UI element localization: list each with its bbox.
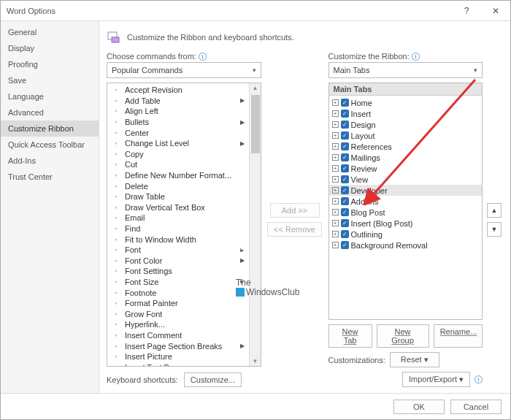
scrollbar[interactable] <box>249 83 261 366</box>
sidebar-item-customize-ribbon[interactable]: Customize Ribbon <box>1 121 99 137</box>
ribbon-tab-item[interactable]: +✓Blog Post <box>329 207 483 218</box>
checkbox-icon[interactable]: ✓ <box>341 164 349 172</box>
command-item[interactable]: ▫Cut <box>107 159 249 170</box>
command-item[interactable]: ▫Format Painter <box>107 298 249 309</box>
command-item[interactable]: ▫Insert Picture <box>107 351 249 362</box>
ribbon-tab-item[interactable]: +✓References <box>329 141 483 152</box>
command-item[interactable]: ▫Insert Page Section Breaks▶ <box>107 340 249 351</box>
command-item[interactable]: ▫Font Settings <box>107 266 249 277</box>
sidebar-item-general[interactable]: General <box>1 24 99 40</box>
sidebar-item-proofing[interactable]: Proofing <box>1 56 99 72</box>
customize-ribbon-combo[interactable]: Main Tabs ▾ <box>328 62 483 78</box>
expand-icon[interactable]: + <box>332 99 339 106</box>
command-item[interactable]: ▫Font Color▶ <box>107 256 249 267</box>
checkbox-icon[interactable]: ✓ <box>341 99 349 107</box>
expand-icon[interactable]: + <box>332 132 339 139</box>
scrollbar-thumb[interactable] <box>251 95 260 153</box>
sidebar-item-display[interactable]: Display <box>1 40 99 56</box>
command-item[interactable]: ▫Insert Comment <box>107 330 249 341</box>
checkbox-icon[interactable]: ✓ <box>341 153 349 161</box>
add-button[interactable]: Add >> <box>270 203 320 218</box>
ribbon-tab-item[interactable]: +✓Layout <box>329 130 483 141</box>
command-item[interactable]: ▫FontI▸ <box>107 245 249 256</box>
cancel-button[interactable]: Cancel <box>450 400 502 414</box>
checkbox-icon[interactable]: ✓ <box>341 175 349 183</box>
command-item[interactable]: ▫Copy <box>107 149 249 160</box>
expand-icon[interactable]: + <box>332 110 339 117</box>
help-button[interactable]: ? <box>452 1 481 21</box>
command-item[interactable]: ▫Find <box>107 224 249 234</box>
info-icon[interactable]: i <box>199 53 207 61</box>
tabs-listbox[interactable]: Main Tabs +✓Home+✓Insert+✓Design+✓Layout… <box>328 83 483 320</box>
expand-icon[interactable]: + <box>332 220 339 226</box>
command-item[interactable]: ▫Change List Level▶ <box>107 138 249 149</box>
command-item[interactable]: ▫Delete <box>107 180 249 191</box>
move-down-button[interactable]: ▼ <box>487 222 502 237</box>
sidebar-item-quick-access-toolbar[interactable]: Quick Access Toolbar <box>1 137 99 153</box>
ribbon-tab-item[interactable]: +✓Home <box>329 97 483 108</box>
checkbox-icon[interactable]: ✓ <box>341 208 349 216</box>
command-item[interactable]: ▫Accept Revision <box>107 85 249 96</box>
close-button[interactable]: ✕ <box>481 1 510 21</box>
expand-icon[interactable]: + <box>332 121 339 128</box>
ribbon-tab-item[interactable]: +✓Add-Ins <box>329 196 483 207</box>
new-group-button[interactable]: New Group <box>377 324 429 348</box>
sidebar-item-save[interactable]: Save <box>1 72 99 88</box>
expand-icon[interactable]: + <box>332 198 339 205</box>
ribbon-tab-item[interactable]: +✓Developer <box>329 185 483 196</box>
info-icon[interactable]: i <box>412 53 420 61</box>
expand-icon[interactable]: + <box>332 143 339 150</box>
command-item[interactable]: ▫Center <box>107 127 249 138</box>
ribbon-tab-item[interactable]: +✓Insert (Blog Post) <box>329 218 483 229</box>
expand-icon[interactable]: + <box>332 165 339 172</box>
command-item[interactable]: ▫Draw Vertical Text Box <box>107 202 249 213</box>
ribbon-tab-item[interactable]: +✓View <box>329 174 483 185</box>
expand-icon[interactable]: + <box>332 154 339 161</box>
checkbox-icon[interactable]: ✓ <box>341 121 349 129</box>
expand-icon[interactable]: + <box>332 187 339 194</box>
checkbox-icon[interactable]: ✓ <box>341 131 349 140</box>
command-item[interactable]: ▫Bullets▶ <box>107 117 249 128</box>
commands-listbox[interactable]: ▫Accept Revision▫Add Table▶▫Align Left▫B… <box>107 83 261 367</box>
remove-button[interactable]: << Remove <box>267 222 322 237</box>
new-tab-button[interactable]: New Tab <box>328 324 372 348</box>
command-item[interactable]: ▫Font SizeI▸ <box>107 277 249 288</box>
command-item[interactable]: ▫Insert Text Box <box>107 362 249 366</box>
checkbox-icon[interactable]: ✓ <box>341 197 349 205</box>
ribbon-tab-item[interactable]: +✓Background Removal <box>329 240 483 251</box>
ribbon-tab-item[interactable]: +✓Insert <box>329 108 483 119</box>
expand-icon[interactable]: + <box>332 231 339 237</box>
expand-icon[interactable]: + <box>332 209 339 215</box>
command-item[interactable]: ▫Hyperlink... <box>107 319 249 330</box>
expand-icon[interactable]: + <box>332 176 339 183</box>
expand-icon[interactable]: + <box>332 242 339 248</box>
customize-keyboard-button[interactable]: Customize... <box>184 373 242 387</box>
ok-button[interactable]: OK <box>393 400 445 414</box>
reset-button[interactable]: Reset ▾ <box>390 352 439 367</box>
checkbox-icon[interactable]: ✓ <box>341 142 349 150</box>
info-icon[interactable]: i <box>474 375 483 383</box>
checkbox-icon[interactable]: ✓ <box>341 186 349 194</box>
checkbox-icon[interactable]: ✓ <box>341 219 349 227</box>
sidebar-item-language[interactable]: Language <box>1 88 99 104</box>
command-item[interactable]: ▫Draw Table <box>107 191 249 202</box>
choose-commands-combo[interactable]: Popular Commands ▾ <box>107 62 261 78</box>
command-item[interactable]: ▫Email <box>107 213 249 224</box>
command-item[interactable]: ▫Define New Number Format... <box>107 170 249 181</box>
sidebar-item-advanced[interactable]: Advanced <box>1 104 99 121</box>
rename-button[interactable]: Rename... <box>434 324 483 348</box>
sidebar-item-add-ins[interactable]: Add-Ins <box>1 153 99 169</box>
command-item[interactable]: ▫Fit to Window Width <box>107 234 249 245</box>
command-item[interactable]: ▫Align Left <box>107 106 249 117</box>
command-item[interactable]: ▫Footnote <box>107 287 249 298</box>
sidebar-item-trust-center[interactable]: Trust Center <box>1 169 99 185</box>
move-up-button[interactable]: ▲ <box>487 203 502 218</box>
ribbon-tab-item[interactable]: +✓Review <box>329 163 483 174</box>
command-item[interactable]: ▫Grow Font <box>107 308 249 319</box>
ribbon-tab-item[interactable]: +✓Outlining <box>329 229 483 240</box>
checkbox-icon[interactable]: ✓ <box>341 110 349 118</box>
checkbox-icon[interactable]: ✓ <box>341 241 349 249</box>
checkbox-icon[interactable]: ✓ <box>341 230 349 238</box>
import-export-button[interactable]: Import/Export ▾ <box>402 372 470 387</box>
ribbon-tab-item[interactable]: +✓Mailings <box>329 152 483 163</box>
